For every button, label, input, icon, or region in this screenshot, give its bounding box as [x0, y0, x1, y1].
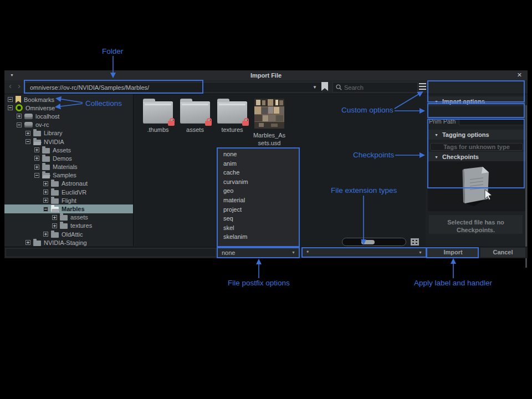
- list-item[interactable]: curvanim: [218, 177, 299, 187]
- expand-icon[interactable]: [25, 240, 30, 245]
- expand-icon[interactable]: [34, 165, 39, 170]
- collapse-icon[interactable]: [43, 207, 48, 212]
- annotation-custom-options: Custom options: [341, 106, 393, 114]
- tree-item-flight[interactable]: Flight: [4, 196, 133, 204]
- search-input[interactable]: [344, 84, 411, 91]
- tree-item-assets-sub[interactable]: assets: [4, 213, 133, 222]
- prim-path-input[interactable]: [459, 117, 524, 125]
- tree-item-library[interactable]: Library: [4, 129, 133, 137]
- tree-item-nvidia[interactable]: NVIDIA: [4, 137, 133, 146]
- tree-item-label: Samples: [53, 172, 76, 178]
- expand-icon[interactable]: [52, 215, 57, 220]
- list-item[interactable]: none: [218, 150, 299, 159]
- footer-bar: none ▼ * ▼ Import Cancel: [4, 247, 528, 258]
- list-item[interactable]: seq: [218, 214, 299, 223]
- usd-thumbnail-image: [254, 99, 284, 129]
- search-box[interactable]: [332, 82, 418, 93]
- tree-item-label: textures: [70, 222, 92, 229]
- list-item[interactable]: project: [218, 205, 299, 214]
- expand-icon[interactable]: [43, 190, 48, 195]
- expand-icon[interactable]: [34, 156, 39, 161]
- tree-item-materials[interactable]: Materials: [4, 163, 133, 171]
- tree-item-label: Bookmarks: [24, 96, 54, 103]
- collapse-icon[interactable]: [25, 139, 30, 144]
- tree-item-label: localhost: [35, 113, 59, 120]
- tree-item-label: NVIDIA: [44, 139, 64, 145]
- tags-input[interactable]: Tags for unknown type: [430, 143, 523, 151]
- tree-item-ov-rc[interactable]: ov-rc: [4, 121, 133, 129]
- collections-tree: Bookmarks Omniverse localhost ov-rc Libr…: [4, 94, 133, 246]
- section-title: Tagging options: [442, 131, 489, 138]
- tree-item-nvidia-staging[interactable]: NVIDIA-Staging: [4, 238, 133, 246]
- path-input[interactable]: [25, 82, 323, 93]
- tree-item-localhost[interactable]: localhost: [4, 112, 133, 120]
- collapse-caret-icon: ▼: [434, 100, 438, 104]
- path-dropdown-icon[interactable]: ▼: [313, 85, 317, 90]
- omniverse-logo-icon: [16, 104, 23, 111]
- checkpoints-header[interactable]: ▼ Checkpoints: [428, 152, 525, 162]
- tree-item-label: Demos: [53, 155, 72, 162]
- file-item-textures[interactable]: textures: [215, 99, 249, 147]
- folder-icon: [33, 241, 41, 246]
- chevron-down-icon: ▼: [291, 250, 295, 254]
- tree-item-oldattic[interactable]: OldAttic: [4, 230, 133, 238]
- close-icon[interactable]: ✕: [517, 71, 522, 79]
- search-icon: [336, 84, 342, 90]
- tree-item-label: Flight: [62, 197, 76, 204]
- collapse-icon[interactable]: [8, 105, 13, 110]
- file-item-marbles-usd[interactable]: Marbles_Assets.usd: [252, 99, 287, 147]
- tagging-options-header[interactable]: ▼ Tagging options: [428, 130, 525, 140]
- collapse-icon[interactable]: [34, 173, 39, 178]
- back-icon[interactable]: ‹: [9, 81, 12, 90]
- file-item-thumbs[interactable]: .thumbs: [141, 99, 175, 147]
- collapse-icon[interactable]: [17, 122, 22, 127]
- grid-view-icon[interactable]: [411, 238, 419, 245]
- tree-item-marbles-selected[interactable]: Marbles: [4, 204, 133, 213]
- tree-item-demos[interactable]: Demos: [4, 154, 133, 162]
- expand-icon[interactable]: [52, 223, 57, 228]
- server-icon: [24, 114, 33, 119]
- extension-value: *: [306, 249, 309, 256]
- list-item[interactable]: skelanim: [218, 232, 299, 242]
- import-button[interactable]: Import: [427, 248, 479, 257]
- tree-item-label: Assets: [53, 147, 71, 154]
- expand-icon[interactable]: [34, 147, 39, 152]
- icon-size-slider[interactable]: [342, 238, 406, 246]
- tree-item-label: EuclidVR: [62, 189, 86, 196]
- expand-icon[interactable]: [17, 114, 22, 119]
- section-title: Checkpoints: [442, 154, 479, 160]
- tree-item-assets[interactable]: Assets: [4, 146, 133, 154]
- list-item[interactable]: anim: [218, 159, 299, 168]
- filename-input[interactable]: [6, 248, 216, 257]
- annotation-file-postfix-options: File postfix options: [228, 279, 290, 287]
- forward-icon[interactable]: ›: [18, 81, 21, 90]
- import-options-header[interactable]: ▼ Import options: [428, 96, 525, 106]
- tree-item-label: Astronaut: [62, 180, 88, 187]
- tree-item-textures-sub[interactable]: textures: [4, 222, 133, 230]
- lock-icon: [168, 121, 175, 126]
- tree-item-astronaut[interactable]: Astronaut: [4, 180, 133, 188]
- file-item-assets[interactable]: assets: [178, 99, 212, 147]
- bookmark-icon[interactable]: [321, 82, 328, 91]
- no-checkpoints-message: Selected file has no Checkpoints.: [429, 215, 523, 234]
- expand-icon[interactable]: [43, 198, 48, 203]
- postfix-options-list: none anim cache curvanim geo material pr…: [217, 147, 300, 247]
- expand-icon[interactable]: [43, 232, 48, 237]
- slider-handle[interactable]: [361, 240, 375, 244]
- extension-dropdown[interactable]: * ▼: [302, 247, 427, 258]
- title-bar[interactable]: ▼ Import File ✕: [4, 70, 528, 80]
- file-name: Marbles_Assets.usd: [252, 132, 287, 147]
- scrollbar[interactable]: [525, 105, 527, 268]
- tree-item-euclidvr[interactable]: EuclidVR: [4, 188, 133, 196]
- tree-item-samples[interactable]: Samples: [4, 171, 133, 180]
- options-menu-icon[interactable]: [419, 83, 426, 90]
- list-item[interactable]: geo: [218, 186, 299, 196]
- expand-icon[interactable]: [43, 181, 48, 186]
- list-item[interactable]: cache: [218, 168, 299, 177]
- list-item[interactable]: material: [218, 196, 299, 205]
- expand-icon[interactable]: [25, 131, 30, 136]
- cancel-button[interactable]: Cancel: [480, 248, 525, 257]
- collapse-icon[interactable]: [8, 97, 13, 102]
- postfix-dropdown[interactable]: none ▼: [217, 247, 300, 258]
- list-item[interactable]: skel: [218, 223, 299, 233]
